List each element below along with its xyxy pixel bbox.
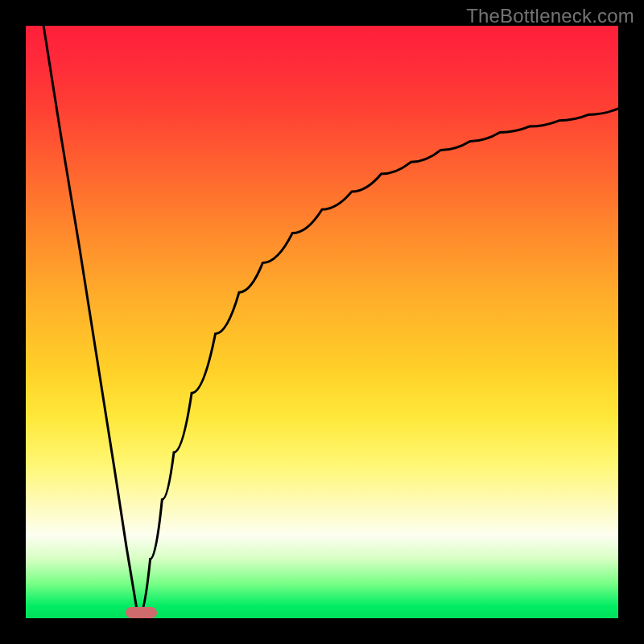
minimum-marker (126, 607, 158, 618)
chart-curve (26, 26, 618, 618)
watermark-text: TheBottleneck.com (466, 5, 634, 27)
chart-frame: TheBottleneck.com (0, 0, 644, 644)
chart-plot-area (26, 26, 618, 618)
